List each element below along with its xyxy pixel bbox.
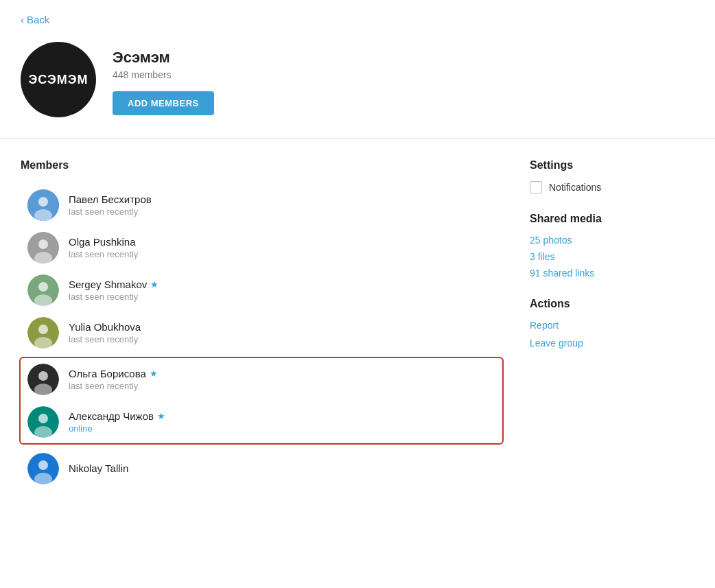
page: ‹ Back ЭСЭМЭМ Эсэмэм 448 members ADD MEM…: [0, 0, 715, 588]
avatar: [27, 453, 59, 484]
member-info: Sergey Shmakov ★ last seen recently: [69, 279, 495, 302]
member-name: Ольга Борисова ★: [69, 368, 495, 379]
members-section-title: Members: [21, 159, 502, 172]
group-details: Эсэмэм 448 members ADD MEMBERS: [113, 42, 214, 115]
avatar: [27, 189, 59, 221]
member-name: Александр Чижов ★: [69, 410, 495, 422]
settings-title: Settings: [530, 159, 694, 172]
avatar: [27, 364, 59, 395]
star-icon: ★: [150, 279, 159, 290]
member-name: Yulia Obukhova: [69, 321, 495, 333]
svg-point-7: [38, 282, 48, 292]
back-chevron-icon: ‹: [21, 14, 24, 25]
avatar-image: [27, 189, 59, 221]
member-info: Александр Чижов ★ online: [69, 410, 495, 434]
main-content: Members Павел Бесхитров last seen recent…: [0, 139, 715, 510]
shared-media-title: Shared media: [530, 213, 694, 225]
group-avatar-text: ЭСЭМЭМ: [28, 73, 88, 87]
member-item[interactable]: Sergey Shmakov ★ last seen recently: [21, 269, 502, 311]
member-item[interactable]: Olga Pushkina last seen recently: [21, 226, 502, 269]
svg-point-19: [38, 460, 48, 470]
notifications-label: Notifications: [549, 182, 601, 193]
avatar: [27, 232, 59, 263]
group-info: ЭСЭМЭМ Эсэмэм 448 members ADD MEMBERS: [21, 42, 694, 117]
back-link[interactable]: ‹ Back: [21, 14, 49, 25]
avatar-image: [27, 364, 59, 395]
left-panel: Members Павел Бесхитров last seen recent…: [21, 159, 502, 490]
member-status-online: online: [69, 423, 495, 434]
member-info: Nikolay Tallin: [69, 462, 495, 475]
report-link[interactable]: Report: [530, 320, 694, 331]
avatar-image: [27, 274, 59, 306]
header: ‹ Back ЭСЭМЭМ Эсэмэм 448 members ADD MEM…: [0, 0, 715, 131]
avatar-image: [27, 317, 59, 349]
add-members-button[interactable]: ADD MEMBERS: [113, 91, 214, 115]
notifications-checkbox[interactable]: [530, 181, 542, 193]
group-avatar: ЭСЭМЭМ: [21, 42, 96, 117]
avatar: [27, 274, 59, 306]
svg-point-13: [38, 371, 48, 381]
member-info: Павел Бесхитров last seen recently: [69, 193, 495, 217]
member-info: Olga Pushkina last seen recently: [69, 236, 495, 259]
back-label: Back: [27, 14, 49, 25]
member-item[interactable]: Nikolay Tallin: [21, 447, 502, 490]
star-icon: ★: [157, 411, 165, 421]
member-status: last seen recently: [69, 381, 495, 391]
leave-group-link[interactable]: Leave group: [530, 338, 694, 349]
actions-section: Actions Report Leave group: [530, 298, 694, 349]
avatar: [27, 406, 59, 438]
avatar-image: [27, 453, 59, 484]
actions-title: Actions: [530, 298, 694, 310]
star-icon: ★: [150, 368, 158, 379]
member-name: Nikolay Tallin: [69, 462, 495, 474]
settings-section: Settings Notifications: [530, 159, 694, 193]
member-status: last seen recently: [69, 207, 495, 217]
shared-links-link[interactable]: 91 shared links: [530, 268, 694, 279]
group-members-count: 448 members: [113, 69, 214, 80]
member-item[interactable]: Александр Чижов ★ online: [21, 401, 502, 443]
avatar: [27, 317, 59, 349]
member-name: Sergey Shmakov ★: [69, 279, 495, 290]
member-info: Ольга Борисова ★ last seen recently: [69, 368, 495, 391]
member-status: last seen recently: [69, 249, 495, 259]
notification-row: Notifications: [530, 181, 694, 193]
member-item[interactable]: Ольга Борисова ★ last seen recently: [21, 358, 502, 401]
shared-media-section: Shared media 25 photos 3 files 91 shared…: [530, 213, 694, 279]
svg-point-16: [38, 414, 48, 423]
member-info: Yulia Obukhova last seen recently: [69, 321, 495, 344]
member-name: Olga Pushkina: [69, 236, 495, 248]
svg-point-10: [38, 325, 48, 334]
avatar-image: [27, 232, 59, 263]
files-link[interactable]: 3 files: [530, 251, 694, 262]
avatar-image: [27, 406, 59, 438]
photos-link[interactable]: 25 photos: [530, 235, 694, 246]
right-panel: Settings Notifications Shared media 25 p…: [502, 159, 694, 490]
member-item[interactable]: Yulia Obukhova last seen recently: [21, 311, 502, 354]
selected-member-group: Ольга Борисова ★ last seen recently: [19, 357, 504, 445]
member-status: last seen recently: [69, 334, 495, 344]
member-status: last seen recently: [69, 292, 495, 302]
group-name: Эсэмэм: [113, 49, 214, 67]
svg-point-4: [38, 239, 48, 249]
member-name: Павел Бесхитров: [69, 193, 495, 205]
member-item[interactable]: Павел Бесхитров last seen recently: [21, 184, 502, 226]
svg-point-1: [38, 197, 48, 207]
